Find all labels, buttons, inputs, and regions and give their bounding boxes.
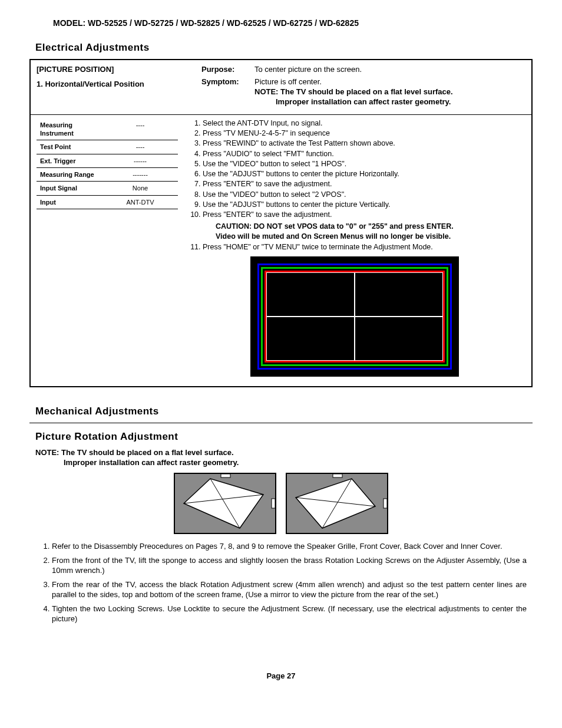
- note-text-2: Improper installation can affect raster …: [64, 458, 239, 467]
- svg-marker-5: [296, 479, 375, 528]
- table-row: Measuring Instrument----: [37, 118, 178, 140]
- box-header-left: [PICTURE POSITION] 1. Horizontal/Vertica…: [31, 60, 196, 114]
- meas-key: Input Signal: [37, 182, 103, 195]
- svg-rect-9: [384, 499, 387, 508]
- svg-marker-0: [184, 479, 263, 528]
- meas-key: Measuring Range: [37, 168, 103, 182]
- step-item: Press "HOME" or "TV MENU" twice to termi…: [203, 242, 522, 252]
- meas-val: ANT-DTV: [103, 195, 178, 209]
- purpose-value: To center picture on the screen.: [254, 65, 362, 75]
- meas-val: -------: [103, 168, 178, 182]
- meas-key: Test Point: [37, 140, 103, 154]
- mech-step-item: From the front of the TV, lift the spong…: [52, 555, 527, 576]
- mech-step-item: From the rear of the TV, access the blac…: [52, 579, 527, 600]
- measurement-table: Measuring Instrument---- Test Point---- …: [37, 118, 178, 209]
- meas-key: Measuring Instrument: [37, 118, 103, 140]
- hv-position-heading: 1. Horizontal/Vertical Position: [37, 80, 190, 90]
- section-mechanical-adjustments: Mechanical Adjustments: [35, 405, 533, 418]
- svg-rect-3: [221, 474, 230, 477]
- svg-rect-4: [272, 499, 275, 508]
- symptom-note1: NOTE: The TV should be placed on a flat …: [254, 87, 453, 96]
- purpose-row: Purpose: To center picture on the screen…: [201, 65, 525, 75]
- divider: [29, 423, 533, 423]
- mechanical-steps: Refer to the Disassembly Preocedures on …: [29, 541, 533, 624]
- step-item: Select the ANT-DTV Input, no signal.: [203, 118, 522, 128]
- meas-val: ----: [103, 118, 178, 140]
- step-item: Use the "ADJUST" buttons to center the p…: [203, 200, 522, 209]
- step-item: Use the "VIDEO" button to select "2 VPOS…: [203, 190, 522, 199]
- procedure-steps: Select the ANT-DTV Input, no signal. Pre…: [184, 118, 531, 377]
- svg-rect-8: [333, 474, 342, 477]
- table-row: InputANT-DTV: [37, 195, 178, 209]
- step-item: Use the "VIDEO" button to select "1 HPOS…: [203, 159, 522, 169]
- note-text-1: The TV should be placed on a flat level …: [61, 448, 234, 457]
- section-electrical-adjustments: Electrical Adjustments: [35, 41, 533, 54]
- symptom-label: Symptom:: [201, 77, 254, 107]
- symptom-row: Symptom: Picture is off center. NOTE: Th…: [201, 77, 525, 107]
- table-row: Test Point----: [37, 140, 178, 154]
- mech-step-item: Tighten the two Locking Screws. Use Lock…: [52, 604, 527, 624]
- note-label: NOTE:: [35, 448, 59, 457]
- mech-step-item: Refer to the Disassembly Preocedures on …: [52, 541, 527, 552]
- rotation-diagram-right: [286, 473, 388, 534]
- box-body: Measuring Instrument---- Test Point---- …: [31, 115, 531, 386]
- symptom-note2: Improper installation can affect raster …: [276, 97, 451, 106]
- test-pattern-figure: [187, 256, 522, 377]
- step-item: Press "ENTER" to save the adjustment.: [203, 210, 522, 219]
- rotation-diagram-left: [174, 473, 276, 534]
- page-number: Page 27: [29, 671, 533, 681]
- picture-position-heading: [PICTURE POSITION]: [37, 65, 190, 75]
- meas-val: ----: [103, 140, 178, 154]
- step-item: Press "REWIND" to activate the Test Patt…: [203, 139, 522, 148]
- table-row: Ext. Trigger------: [37, 154, 178, 167]
- purpose-label: Purpose:: [201, 65, 254, 75]
- meas-val: ------: [103, 154, 178, 167]
- step-item: Press "ENTER" to save the adjustment.: [203, 179, 522, 189]
- caution-text-2: Video will be muted and On Screen Menus …: [216, 232, 522, 241]
- rotation-diagrams: [29, 473, 533, 534]
- section-picture-rotation: Picture Rotation Adjustment: [35, 430, 533, 443]
- adjustment-box: [PICTURE POSITION] 1. Horizontal/Vertica…: [29, 59, 533, 387]
- meas-key: Ext. Trigger: [37, 154, 103, 167]
- meas-val: None: [103, 182, 178, 195]
- step-item: Press "TV MENU-2-4-5-7" in sequence: [203, 129, 522, 138]
- step-item: Use the "ADJUST" buttons to center the p…: [203, 169, 522, 179]
- meas-key: Input: [37, 195, 103, 209]
- symptom-value: Picture is off center.: [254, 77, 322, 86]
- box-header-right: Purpose: To center picture on the screen…: [196, 60, 531, 114]
- model-line: MODEL: WD-52525 / WD-52725 / WD-52825 / …: [53, 18, 533, 28]
- caution-text-1: CAUTION: DO NOT set VPOS data to "0" or …: [216, 222, 522, 231]
- table-row: Measuring Range-------: [37, 168, 178, 182]
- step-item: Press "AUDIO" to select "FMT" function.: [203, 149, 522, 159]
- box-header: [PICTURE POSITION] 1. Horizontal/Vertica…: [31, 60, 531, 115]
- table-row: Input SignalNone: [37, 182, 178, 195]
- mechanical-note: NOTE: The TV should be placed on a flat …: [35, 448, 533, 468]
